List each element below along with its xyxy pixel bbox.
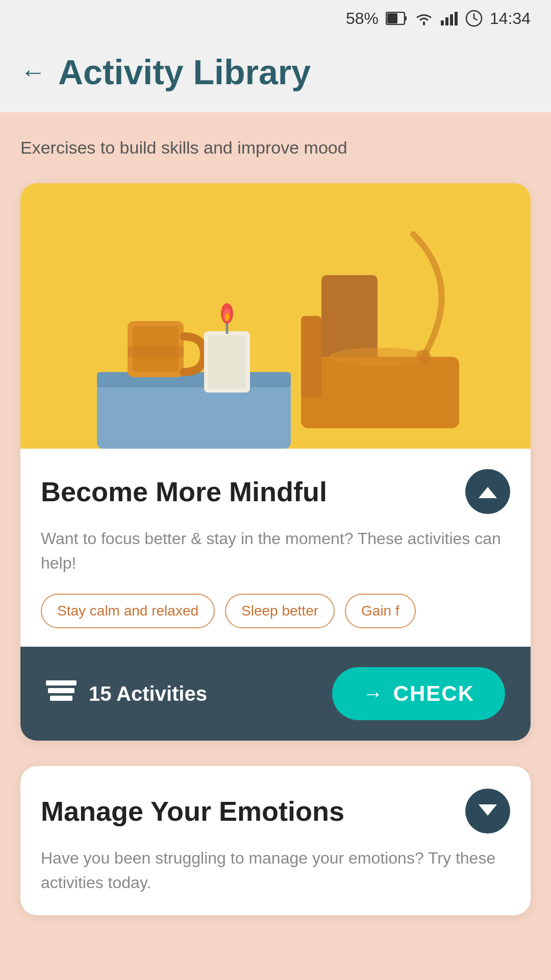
emotions-card-body: Manage Your Emotions Have you been strug… — [20, 766, 531, 915]
card-description: Want to focus better & stay in the momen… — [41, 526, 510, 575]
time-display: 14:34 — [490, 9, 531, 28]
layers-icon — [46, 680, 77, 707]
signal-icon — [441, 11, 458, 26]
svg-rect-6 — [455, 12, 458, 26]
tags-row: Stay calm and relaxed Sleep better Gain … — [41, 594, 510, 628]
status-bar: 58% 14:34 — [0, 0, 551, 37]
check-label: CHECK — [393, 681, 474, 706]
page-title: Activity Library — [58, 52, 311, 92]
status-icons: 58% 14:34 — [346, 9, 531, 28]
svg-rect-2 — [405, 16, 407, 20]
main-content: Exercises to build skills and improve mo… — [0, 112, 551, 956]
emotions-card-title: Manage Your Emotions — [41, 795, 344, 827]
card-illustration — [20, 183, 531, 449]
battery-icon — [386, 12, 407, 25]
tag-sleep-better[interactable]: Sleep better — [225, 594, 335, 628]
svg-rect-11 — [97, 377, 291, 449]
tag-gain[interactable]: Gain f — [345, 594, 416, 628]
svg-rect-4 — [445, 17, 448, 26]
check-arrow: → — [363, 682, 383, 705]
svg-point-26 — [416, 350, 431, 364]
emotions-card: Manage Your Emotions Have you been strug… — [20, 766, 531, 915]
activities-count: 15 Activities — [89, 682, 207, 705]
card-header-row: Become More Mindful — [41, 469, 510, 514]
mindful-card: Become More Mindful Want to focus better… — [20, 183, 531, 741]
chevron-up-icon — [479, 487, 497, 498]
tag-stay-calm[interactable]: Stay calm and relaxed — [41, 594, 215, 628]
emotions-expand-button[interactable] — [465, 789, 510, 834]
wifi-icon — [414, 11, 434, 26]
header: ← Activity Library — [0, 37, 551, 112]
check-button[interactable]: → CHECK — [332, 667, 505, 720]
battery-percent: 58% — [346, 9, 379, 28]
page-subtitle: Exercises to build skills and improve mo… — [20, 138, 531, 158]
svg-point-21 — [225, 313, 229, 321]
svg-point-25 — [329, 348, 431, 366]
emotions-card-description: Have you been struggling to manage your … — [41, 846, 510, 895]
card-footer: 15 Activities → CHECK — [20, 647, 531, 741]
activities-info: 15 Activities — [46, 680, 207, 707]
svg-rect-3 — [441, 20, 444, 26]
svg-rect-1 — [387, 13, 397, 23]
clock-icon — [465, 10, 483, 27]
svg-rect-15 — [128, 347, 184, 357]
svg-rect-23 — [301, 357, 459, 428]
card-body: Become More Mindful Want to focus better… — [20, 449, 531, 628]
svg-rect-17 — [208, 335, 246, 388]
svg-line-9 — [474, 18, 477, 20]
card-title: Become More Mindful — [41, 476, 327, 507]
svg-rect-24 — [301, 316, 321, 398]
emotions-card-header-row: Manage Your Emotions — [41, 789, 510, 834]
chevron-down-icon — [479, 804, 497, 816]
expand-collapse-button[interactable] — [465, 469, 510, 514]
svg-rect-5 — [450, 14, 453, 26]
back-button[interactable]: ← — [20, 57, 46, 87]
